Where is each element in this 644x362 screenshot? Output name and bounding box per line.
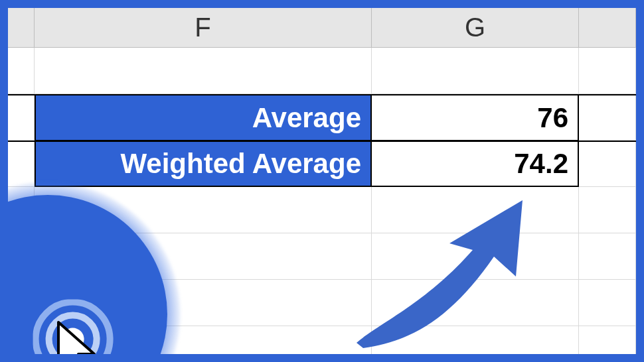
label-weighted-average[interactable]: Weighted Average bbox=[35, 142, 372, 187]
cell[interactable] bbox=[372, 48, 579, 94]
cell[interactable] bbox=[579, 280, 636, 326]
spreadsheet-frame: F G Average 76 Weighted Average 74.2 bbox=[8, 8, 636, 354]
column-header-f[interactable]: F bbox=[35, 8, 372, 48]
cell[interactable] bbox=[579, 326, 636, 354]
cursor-icon bbox=[53, 320, 113, 354]
column-header-g[interactable]: G bbox=[372, 8, 579, 48]
cell[interactable] bbox=[8, 95, 35, 141]
cell[interactable] bbox=[579, 233, 636, 280]
row-blank-top bbox=[8, 48, 636, 94]
cell[interactable] bbox=[579, 187, 636, 233]
table-row: Average 76 bbox=[8, 94, 636, 141]
value-average[interactable]: 76 bbox=[372, 95, 579, 141]
cell[interactable] bbox=[35, 48, 372, 94]
table-row: Weighted Average 74.2 bbox=[8, 141, 636, 187]
cell[interactable] bbox=[372, 326, 579, 354]
value-weighted-average[interactable]: 74.2 bbox=[372, 142, 579, 187]
column-header-e[interactable] bbox=[8, 8, 35, 48]
cell[interactable] bbox=[579, 142, 636, 187]
cell[interactable] bbox=[579, 48, 636, 94]
cell[interactable] bbox=[8, 142, 35, 187]
label-average[interactable]: Average bbox=[35, 95, 372, 141]
cell[interactable] bbox=[372, 280, 579, 326]
cell[interactable] bbox=[8, 48, 35, 94]
cell[interactable] bbox=[372, 187, 579, 233]
cell[interactable] bbox=[579, 95, 636, 141]
column-header-h[interactable] bbox=[579, 8, 636, 48]
cell[interactable] bbox=[372, 233, 579, 280]
logo-click-target bbox=[8, 182, 181, 354]
column-headers: F G bbox=[8, 8, 636, 48]
